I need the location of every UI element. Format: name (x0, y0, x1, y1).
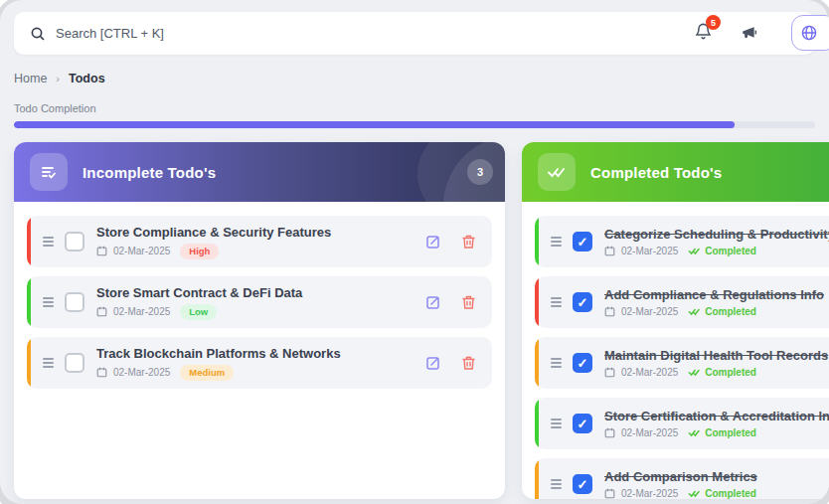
breadcrumb-current: Todos (69, 72, 105, 85)
accent-bar (535, 398, 539, 449)
completed-status: Completed (688, 246, 756, 256)
calendar-icon (604, 306, 615, 317)
completed-panel-title: Completed Todo's (590, 164, 722, 181)
priority-badge: Medium (180, 365, 234, 381)
drag-handle-icon[interactable] (551, 297, 562, 307)
accent-bar (27, 216, 31, 267)
double-check-icon (547, 165, 567, 179)
drag-handle-icon[interactable] (551, 479, 562, 489)
drag-handle-icon[interactable] (43, 237, 54, 247)
calendar-icon (96, 246, 107, 256)
todo-checkbox[interactable] (65, 353, 84, 373)
todo-row: ✓ Add Compliance & Regulations Info 02-M… (535, 276, 829, 328)
globe-icon (800, 24, 818, 42)
notification-badge: 5 (706, 15, 721, 30)
double-check-icon (688, 247, 701, 255)
double-check-icon (688, 428, 701, 437)
accent-bar (27, 337, 31, 389)
announcements-button[interactable] (739, 24, 757, 43)
todo-date: 02-Mar-2025 (621, 488, 678, 499)
todo-row: ✓ Maintain Digital Health Tool Records 0… (535, 337, 829, 389)
accent-bar (535, 337, 539, 389)
chevron-right-icon: › (56, 73, 60, 84)
list-check-icon (40, 163, 58, 181)
completed-status: Completed (688, 488, 756, 499)
todo-date: 02-Mar-2025 (621, 367, 678, 378)
calendar-icon (604, 488, 615, 499)
accent-bar (535, 216, 539, 267)
double-check-icon (688, 489, 701, 498)
edit-button[interactable] (425, 355, 441, 371)
app-window: 5 Home › Todos (0, 0, 829, 504)
accent-bar (27, 276, 31, 328)
drag-handle-icon[interactable] (551, 237, 562, 247)
drag-handle-icon[interactable] (551, 358, 562, 368)
delete-button[interactable] (461, 234, 476, 250)
completed-status: Completed (688, 306, 756, 317)
incomplete-panel: Incomplete Todo's 3 Store Compliance & S… (14, 142, 505, 499)
completed-status: Completed (688, 427, 756, 438)
todo-title: Add Comparison Metrics (604, 469, 757, 484)
delete-button[interactable] (461, 355, 476, 371)
edit-icon (425, 355, 441, 371)
trash-icon (461, 234, 476, 250)
megaphone-icon (739, 24, 757, 43)
todo-row: Store Compliance & Security Features 02-… (27, 216, 492, 267)
breadcrumb-home[interactable]: Home (14, 72, 47, 85)
todo-title: Store Compliance & Security Features (96, 225, 331, 240)
completed-panel-header: Completed Todo's (522, 142, 829, 202)
priority-badge: High (180, 244, 219, 259)
edit-button[interactable] (425, 294, 441, 310)
todo-date: 02-Mar-2025 (113, 306, 170, 317)
incomplete-panel-title: Incomplete Todo's (83, 164, 216, 181)
notifications-button[interactable]: 5 (694, 22, 713, 45)
double-check-icon (688, 307, 701, 316)
trash-icon (461, 294, 476, 310)
drag-handle-icon[interactable] (43, 297, 54, 307)
double-check-icon (688, 368, 701, 377)
completed-status: Completed (688, 367, 756, 378)
todo-checkbox-checked[interactable]: ✓ (573, 292, 592, 312)
edit-icon (425, 234, 441, 250)
drag-handle-icon[interactable] (43, 358, 54, 368)
todo-date: 02-Mar-2025 (113, 367, 170, 378)
todo-checkbox-checked[interactable]: ✓ (573, 232, 592, 252)
todo-row: ✓ Add Comparison Metrics 02-Mar-2025 Com… (535, 458, 829, 499)
todo-title: Categorize Scheduling & Productivity App… (604, 227, 829, 242)
language-button[interactable] (791, 15, 829, 51)
search-bar: 5 (14, 12, 815, 55)
edit-icon (425, 294, 441, 310)
calendar-icon (96, 306, 107, 317)
priority-badge: Low (180, 304, 217, 320)
todo-date: 02-Mar-2025 (621, 306, 678, 317)
calendar-icon (604, 367, 615, 378)
todo-title: Maintain Digital Health Tool Records (604, 348, 828, 363)
delete-button[interactable] (461, 294, 476, 310)
progress-fill (14, 121, 735, 128)
incomplete-count-badge: 3 (467, 159, 493, 185)
search-icon (30, 26, 46, 42)
todo-checkbox-checked[interactable]: ✓ (573, 414, 592, 433)
progress-label: Todo Completion (14, 102, 815, 114)
progress-track (14, 121, 815, 128)
completed-panel: Completed Todo's ✓ Categorize Scheduling… (522, 142, 829, 499)
accent-bar (535, 458, 539, 499)
trash-icon (461, 355, 476, 371)
todo-checkbox[interactable] (65, 292, 84, 312)
calendar-icon (604, 427, 615, 438)
calendar-icon (604, 246, 615, 256)
todo-row: Store Smart Contract & DeFi Data 02-Mar-… (27, 276, 492, 328)
todo-title: Store Smart Contract & DeFi Data (96, 285, 302, 300)
todo-checkbox[interactable] (65, 232, 84, 252)
todo-checkbox-checked[interactable]: ✓ (573, 353, 592, 373)
incomplete-panel-header: Incomplete Todo's 3 (14, 142, 505, 202)
completed-header-icon-box (538, 153, 576, 191)
todo-title: Add Compliance & Regulations Info (604, 287, 824, 302)
todo-checkbox-checked[interactable]: ✓ (573, 474, 592, 494)
search-input[interactable] (56, 26, 694, 41)
edit-button[interactable] (425, 234, 441, 250)
todo-row: ✓ Store Certification & Accreditation In… (535, 398, 829, 449)
drag-handle-icon[interactable] (551, 419, 562, 428)
todo-title: Store Certification & Accreditation Info (604, 409, 829, 423)
breadcrumb: Home › Todos (14, 72, 815, 85)
